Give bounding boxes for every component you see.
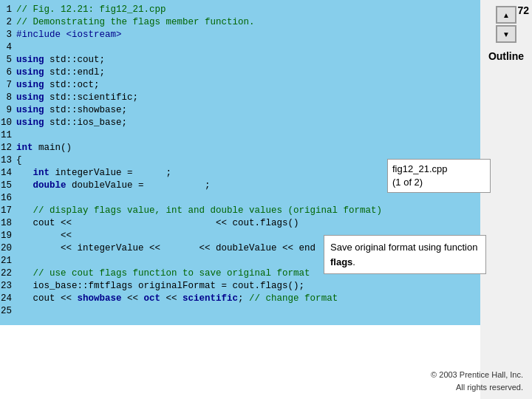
bottom-area [0,325,480,369]
footer: © 2003 Prentice Hall, Inc. All rights re… [431,369,523,393]
code-line: 24 cout << showbase << oct << scientific… [0,293,480,306]
code-line: 17 // display flags value, int and doubl… [0,205,480,218]
code-line: 10 using std::ios_base; [0,117,480,130]
callout-figl-line2: (1 of 2) [392,176,485,189]
code-line: 3 #include <iostream> [0,30,480,42]
code-line: 25 [0,306,480,318]
page-number: 72 [517,4,529,16]
code-line: 5 using std::cout; [0,55,480,67]
code-line: 23 ios_base::fmtflags originalFormat = c… [0,281,480,293]
callout-save-text-before: Save original format using function [330,242,477,253]
code-line: 16 [0,193,480,205]
code-line: 18 cout << << cout.flags() [0,218,480,231]
callout-save-text-after: . [352,256,355,267]
code-line: 8 using std::scientific; [0,92,480,105]
code-line: 12 int main() [0,143,480,155]
navigation-buttons: ▲ ▼ [496,6,516,43]
code-line: 6 using std::endl; [0,67,480,80]
sidebar: 72 ▲ ▼ Outline [480,0,532,399]
code-line: 7 using std::oct; [0,80,480,92]
footer-line1: © 2003 Prentice Hall, Inc. [431,369,523,381]
callout-save: Save original format using function flag… [324,235,486,274]
callout-figl: fig12_21.cpp (1 of 2) [387,159,491,193]
outline-label[interactable]: Outline [488,50,524,62]
code-line: 11 [0,130,480,143]
code-line: 9 using std::showbase; [0,105,480,117]
callout-save-bold-word: flags [330,256,352,267]
nav-down-button[interactable]: ▼ [496,25,516,43]
code-line: 4 [0,42,480,55]
code-line: 1 // Fig. 12.21: fig12_21.cpp [0,4,480,17]
code-line: 2 // Demonstrating the flags member func… [0,17,480,30]
nav-up-button[interactable]: ▲ [496,6,516,24]
footer-line2: All rights reserved. [431,381,523,394]
callout-figl-line1: fig12_21.cpp [392,163,485,176]
